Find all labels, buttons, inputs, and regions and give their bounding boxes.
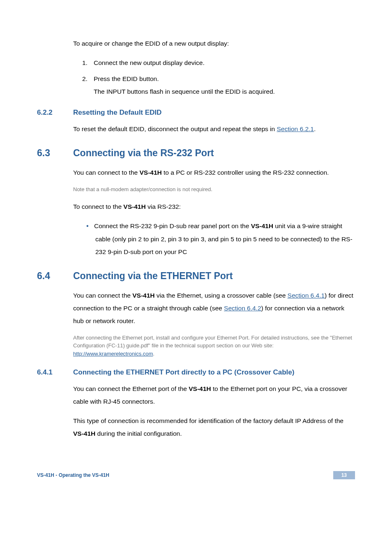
- ol2-num: 2.: [82, 72, 94, 85]
- link-section-641[interactable]: Section 6.4.1: [288, 292, 325, 299]
- link-section-642[interactable]: Section 6.4.2: [224, 305, 261, 312]
- bullet-icon: •: [86, 222, 94, 229]
- s641-p1: You can connect the Ethernet port of the…: [73, 382, 355, 408]
- s64-note: After connecting the Ethernet port, inst…: [73, 334, 355, 358]
- list-item-1: 1.Connect the new output display device.: [82, 56, 355, 69]
- s63-p2-bold: VS-41H: [123, 203, 145, 210]
- s641-p2: This type of connection is recommended f…: [73, 414, 355, 440]
- page-number: 13: [333, 471, 355, 479]
- s622-body: To reset the default EDID, disconnect th…: [73, 122, 355, 135]
- ol1-text: Connect the new output display device.: [94, 59, 205, 66]
- s63-p2-pre: To connect to the: [73, 203, 123, 210]
- s63-p1-pre: You can connect to the: [73, 169, 139, 176]
- footer-title: VS-41H - Operating the VS-41H: [37, 472, 109, 478]
- page-footer: VS-41H - Operating the VS-41H 13: [37, 471, 355, 479]
- s64-p1-pre: You can connect the: [73, 292, 132, 299]
- s641-p2-bold: VS-41H: [73, 430, 95, 437]
- s63-bullet-bold: VS-41H: [251, 222, 273, 229]
- heading-num-64: 6.4: [37, 270, 73, 282]
- list-item-2: 2.Press the EDID button.: [82, 72, 355, 85]
- ol2-text: Press the EDID button.: [94, 75, 159, 82]
- heading-title-63: Connecting via the RS-232 Port: [73, 148, 214, 159]
- s63-p1-post: to a PC or RS-232 controller using the R…: [162, 169, 329, 176]
- link-section-621[interactable]: Section 6.2.1: [277, 125, 314, 132]
- heading-6-3: 6.3 Connecting via the RS-232 Port: [37, 148, 355, 159]
- ol2-sub: The INPUT buttons flash in sequence unti…: [94, 85, 355, 98]
- s64-note-pre: After connecting the Ethernet port, inst…: [73, 335, 352, 349]
- s63-p2-post: via RS-232:: [146, 203, 181, 210]
- intro-text: To acquire or change the EDID of a new o…: [73, 37, 355, 50]
- s64-p1-mid1: via the Ethernet, using a crossover cabl…: [155, 292, 288, 299]
- heading-title-64: Connecting via the ETHERNET Port: [73, 270, 233, 282]
- s63-bullet-pre: Connect the RS-232 9-pin D-sub rear pane…: [94, 222, 251, 229]
- heading-num-622: 6.2.2: [37, 109, 73, 117]
- s641-p1-pre: You can connect the Ethernet port of the: [73, 385, 189, 392]
- s63-bullet: • Connect the RS-232 9-pin D-sub rear pa…: [86, 220, 355, 258]
- heading-title-622: Resetting the Default EDID: [73, 109, 161, 117]
- heading-title-641: Connecting the ETHERNET Port directly to…: [73, 368, 294, 377]
- s64-p1-bold: VS-41H: [132, 292, 154, 299]
- s641-p2-pre: This type of connection is recommended f…: [73, 417, 344, 424]
- page: To acquire or change the EDID of a new o…: [0, 0, 392, 493]
- s63-note: Note that a null-modem adapter/connectio…: [73, 185, 355, 194]
- s64-p1: You can connect the VS-41H via the Ether…: [73, 289, 355, 327]
- heading-6-4: 6.4 Connecting via the ETHERNET Port: [37, 270, 355, 282]
- s622-post: .: [314, 125, 316, 132]
- ol1-num: 1.: [82, 56, 94, 69]
- link-kramer-site[interactable]: http://www.kramerelectronics.com: [73, 351, 153, 357]
- s641-p2-post: during the initial configuration.: [95, 430, 182, 437]
- heading-num-641: 6.4.1: [37, 368, 73, 377]
- s64-note-post: .: [153, 351, 154, 357]
- s641-p1-bold: VS-41H: [189, 385, 211, 392]
- s622-pre: To reset the default EDID, disconnect th…: [73, 125, 277, 132]
- s63-p1-bold: VS-41H: [139, 169, 161, 176]
- s63-p2: To connect to the VS-41H via RS-232:: [73, 200, 355, 213]
- heading-6-2-2: 6.2.2 Resetting the Default EDID: [37, 109, 355, 117]
- s63-p1: You can connect to the VS-41H to a PC or…: [73, 166, 355, 179]
- heading-6-4-1: 6.4.1 Connecting the ETHERNET Port direc…: [37, 368, 355, 377]
- heading-num-63: 6.3: [37, 148, 73, 159]
